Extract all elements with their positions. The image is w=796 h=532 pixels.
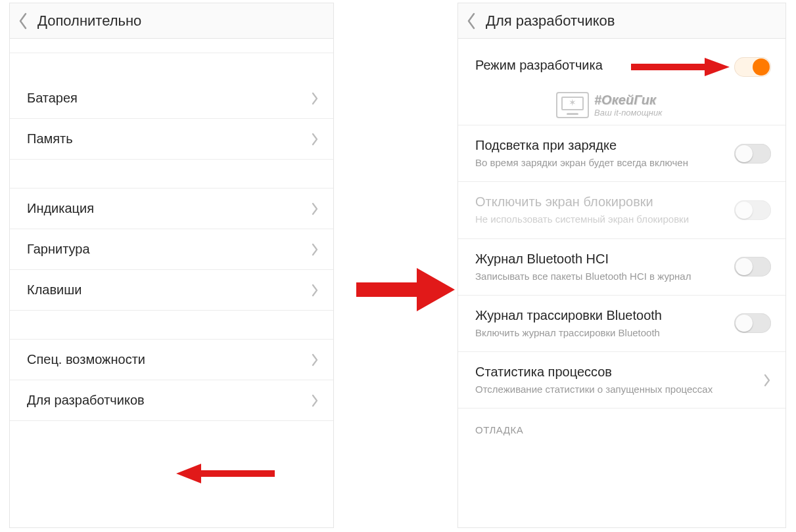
settings-list: Батарея Память Индикация Гарнитура Клави… <box>10 39 333 421</box>
row-subtext: Во время зарядки экран будет всегда вклю… <box>475 156 725 169</box>
chevron-right-icon <box>311 394 319 407</box>
chevron-right-icon <box>311 353 319 366</box>
chevron-right-icon <box>311 92 319 105</box>
chevron-right-icon <box>311 202 319 215</box>
row-subtext: Отслеживание статистики о запущенных про… <box>475 383 754 396</box>
toggle-backlight-charging[interactable] <box>734 144 771 164</box>
laptop-icon: ✶ <box>556 92 589 118</box>
toggle-bluetooth-hci-log[interactable] <box>734 257 771 277</box>
row-label: Журнал трассировки Bluetooth <box>475 307 725 324</box>
row-label: Для разработчиков <box>27 392 302 409</box>
cutoff-row <box>10 39 333 53</box>
chevron-right-icon <box>311 243 319 256</box>
annotation-arrow-to-toggle <box>631 58 730 76</box>
annotation-arrow-to-developers <box>176 464 275 483</box>
header-bar: Для разработчиков <box>458 3 785 39</box>
watermark-subtitle: Ваш it-помощник <box>594 108 662 118</box>
section-gap <box>10 160 333 188</box>
settings-panel-advanced: Дополнительно Батарея Память Индикация Г… <box>9 3 334 528</box>
toggle-disable-lockscreen <box>734 200 771 220</box>
row-headset[interactable]: Гарнитура <box>10 229 333 270</box>
row-memory[interactable]: Память <box>10 119 333 160</box>
row-indication[interactable]: Индикация <box>10 188 333 229</box>
watermark-title: #ОкейГик <box>594 93 662 108</box>
row-keys[interactable]: Клавиши <box>10 270 333 311</box>
section-label-debug: ОТЛАДКА <box>458 409 785 441</box>
row-label: Память <box>27 131 302 147</box>
watermark: ✶ #ОкейГик Ваш it-помощник <box>556 92 662 118</box>
page-title: Дополнительно <box>37 12 141 30</box>
row-label: Батарея <box>27 90 302 106</box>
row-label: Подсветка при зарядке <box>475 137 725 154</box>
row-accessibility[interactable]: Спец. возможности <box>10 340 333 380</box>
row-bluetooth-trace-log[interactable]: Журнал трассировки Bluetooth Включить жу… <box>458 296 785 352</box>
chevron-right-icon <box>311 284 319 297</box>
row-developers[interactable]: Для разработчиков <box>10 380 333 421</box>
chevron-right-icon <box>763 374 771 387</box>
back-icon[interactable] <box>466 12 477 30</box>
row-label: Статистика процессов <box>475 364 754 380</box>
section-gap <box>10 311 333 340</box>
back-icon[interactable] <box>18 12 28 30</box>
row-disable-lockscreen: Отключить экран блокировки Не использова… <box>458 182 785 238</box>
toggle-dev-mode[interactable] <box>734 57 771 77</box>
header-bar: Дополнительно <box>10 3 333 39</box>
row-label: Индикация <box>27 200 302 217</box>
row-label: Клавиши <box>27 282 302 298</box>
row-subtext: Не использовать системный экран блокиров… <box>475 213 725 226</box>
row-subtext: Записывать все пакеты Bluetooth HCI в жу… <box>475 270 725 283</box>
annotation-arrow-center <box>356 264 455 318</box>
page-title: Для разработчиков <box>486 12 615 30</box>
row-label: Журнал Bluetooth HCI <box>475 251 725 267</box>
row-process-stats[interactable]: Статистика процессов Отслеживание статис… <box>458 352 785 409</box>
row-label: Гарнитура <box>27 241 302 257</box>
section-gap <box>10 53 333 78</box>
toggle-bluetooth-trace-log[interactable] <box>734 313 771 333</box>
settings-panel-developers: Для разработчиков Режим разработчика Под… <box>457 3 786 528</box>
row-subtext: Включить журнал трассировки Bluetooth <box>475 326 725 340</box>
row-backlight-charging[interactable]: Подсветка при зарядке Во время зарядки э… <box>458 125 785 182</box>
row-label: Отключить экран блокировки <box>475 194 725 210</box>
row-bluetooth-hci-log[interactable]: Журнал Bluetooth HCI Записывать все паке… <box>458 239 785 296</box>
row-battery[interactable]: Батарея <box>10 78 333 119</box>
row-dev-mode[interactable]: Режим разработчика <box>458 39 785 83</box>
chevron-right-icon <box>311 133 319 146</box>
row-label: Спец. возможности <box>27 351 302 368</box>
